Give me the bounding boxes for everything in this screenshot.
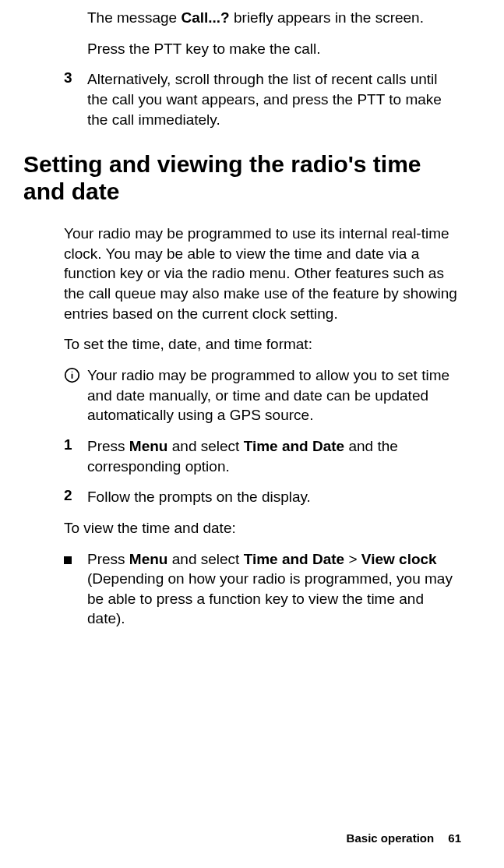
step-2: 2 Follow the prompts on the display. bbox=[64, 487, 461, 507]
bullet-body: Press Menu and select Time and Date > Vi… bbox=[87, 549, 461, 630]
page-content: The message Call...? briefly appears in … bbox=[23, 8, 461, 629]
text-fragment: briefly appears in the screen. bbox=[230, 9, 424, 26]
text-fragment: and select bbox=[167, 438, 243, 454]
step-number: 2 bbox=[64, 487, 87, 507]
to-view-label: To view the time and date: bbox=[64, 518, 461, 538]
intro-paragraph: Your radio may be programmed to use its … bbox=[64, 224, 461, 323]
step-3: 3 Alternatively, scroll through the list… bbox=[64, 69, 461, 129]
text-fragment: Press bbox=[87, 551, 129, 567]
footer-page-number: 61 bbox=[448, 831, 461, 845]
to-set-label: To set the time, date, and time format: bbox=[64, 334, 461, 355]
info-note: Your radio may be programmed to allow yo… bbox=[64, 365, 461, 425]
step-body: Press Menu and select Time and Date and … bbox=[87, 436, 461, 476]
step-body: Alternatively, scroll through the list o… bbox=[87, 69, 461, 129]
text-fragment: The message bbox=[87, 9, 181, 26]
info-text: Your radio may be programmed to allow yo… bbox=[87, 365, 461, 425]
time-and-date-bold: Time and Date bbox=[244, 438, 345, 454]
text-fragment: > bbox=[344, 551, 361, 567]
text-fragment: and select bbox=[167, 551, 243, 567]
step-number: 3 bbox=[64, 69, 87, 129]
menu-bold: Menu bbox=[129, 551, 168, 567]
page-footer: Basic operation 61 bbox=[347, 831, 461, 845]
press-ptt-text: Press the PTT key to make the call. bbox=[87, 39, 461, 59]
text-fragment: (Depending on how your radio is pro­gram… bbox=[87, 570, 453, 626]
square-bullet-icon bbox=[64, 549, 87, 630]
text-fragment: Press bbox=[87, 438, 129, 454]
menu-bold: Menu bbox=[129, 438, 168, 454]
svg-point-2 bbox=[72, 371, 72, 372]
message-appears-text: The message Call...? briefly appears in … bbox=[87, 8, 461, 28]
footer-section-name: Basic operation bbox=[347, 831, 435, 845]
section-heading: Setting and viewing the radio's time and… bbox=[23, 151, 461, 205]
info-icon bbox=[64, 365, 87, 383]
step-body: Follow the prompts on the display. bbox=[87, 487, 461, 507]
bullet-view-clock: Press Menu and select Time and Date > Vi… bbox=[64, 549, 461, 630]
time-and-date-bold: Time and Date bbox=[244, 551, 345, 567]
call-bold: Call...? bbox=[181, 9, 229, 26]
step-number: 1 bbox=[64, 436, 87, 476]
step-1: 1 Press Menu and select Time and Date an… bbox=[64, 436, 461, 476]
view-clock-bold: View clock bbox=[361, 551, 437, 567]
